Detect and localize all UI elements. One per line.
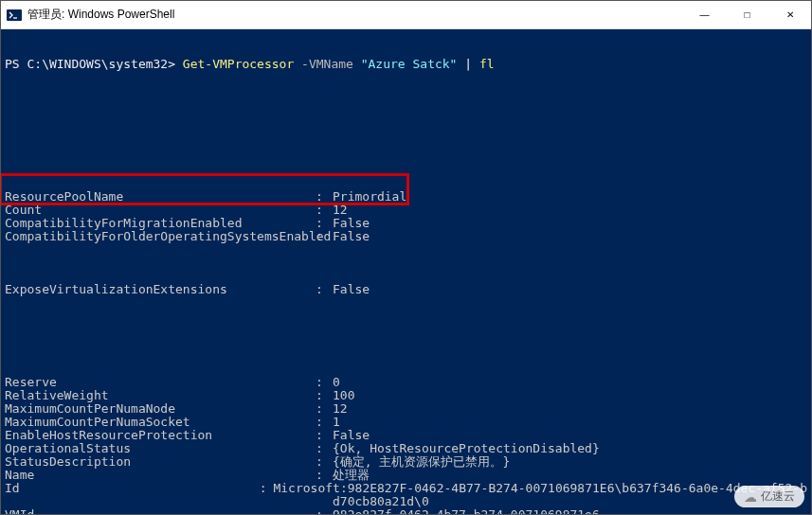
output-value: Microsoft:982E827F-0462-4B77-B274-007106… bbox=[273, 482, 807, 495]
output-value: 0 bbox=[333, 376, 340, 389]
output-key: OperationalStatus bbox=[5, 442, 316, 455]
output-row: RelativeWeight:100 bbox=[5, 389, 807, 402]
watermark: ☁ 亿速云 bbox=[734, 486, 804, 507]
window-controls: — □ ✕ bbox=[683, 1, 811, 28]
output-row: MaximumCountPerNumaNode:12 bbox=[5, 402, 807, 416]
output-row: Count:12 bbox=[5, 204, 807, 217]
output-value: 982e827f-0462-4b77-b274-0071069871e6 bbox=[333, 508, 600, 514]
cmdlet-name: Get-VMProcessor bbox=[183, 57, 294, 71]
output-row: StatusDescription:{确定, 主机资源保护已禁用。} bbox=[5, 455, 807, 469]
output-value: False bbox=[333, 217, 370, 230]
cloud-icon: ☁ bbox=[744, 489, 757, 505]
output-row-highlighted: ExposeVirtualizationExtensions:False bbox=[5, 283, 807, 296]
output-key: ExposeVirtualizationExtensions bbox=[5, 283, 316, 296]
close-button[interactable]: ✕ bbox=[768, 1, 811, 28]
param-flag: -VMName bbox=[301, 57, 353, 71]
output-row: CompatibilityForMigrationEnabled:False bbox=[5, 217, 807, 230]
output-row: Id:Microsoft:982E827F-0462-4B77-B274-007… bbox=[5, 482, 807, 495]
output-row: MaximumCountPerNumaSocket:1 bbox=[5, 416, 807, 429]
output-key: VMId bbox=[5, 508, 316, 514]
output-row: VMId:982e827f-0462-4b77-b274-0071069871e… bbox=[5, 508, 807, 514]
output-value: False bbox=[333, 230, 370, 243]
watermark-text: 亿速云 bbox=[761, 488, 795, 505]
output-key: ResourcePoolName bbox=[5, 190, 316, 204]
output-value: 12 bbox=[333, 402, 348, 416]
prompt-path: PS C:\WINDOWS\system32> bbox=[5, 57, 175, 71]
output-value: 100 bbox=[333, 389, 354, 402]
output-row: Name:处理器 bbox=[5, 469, 807, 482]
powershell-icon bbox=[7, 8, 22, 23]
output-value: {Ok, HostResourceProtectionDisabled} bbox=[333, 442, 600, 455]
output-key: Reserve bbox=[5, 376, 316, 389]
pipe-symbol: | bbox=[464, 57, 472, 71]
output-key: StatusDescription bbox=[5, 455, 316, 469]
output-value: 1 bbox=[333, 416, 340, 429]
output-row: CompatibilityForOlderOperatingSystemsEna… bbox=[5, 230, 807, 243]
output-key: Id bbox=[5, 482, 260, 495]
output-row: OperationalStatus:{Ok, HostResourceProte… bbox=[5, 442, 807, 455]
output-key: RelativeWeight bbox=[5, 389, 316, 402]
output-key: Count bbox=[5, 204, 316, 217]
param-value: "Azure Satck" bbox=[361, 57, 458, 71]
output-value: {确定, 主机资源保护已禁用。} bbox=[333, 455, 510, 469]
window-title: 管理员: Windows PowerShell bbox=[27, 7, 683, 23]
maximize-button[interactable]: □ bbox=[726, 1, 768, 28]
output-key bbox=[5, 495, 316, 508]
output-row: EnableHostResourceProtection:False bbox=[5, 429, 807, 442]
titlebar[interactable]: 管理员: Windows PowerShell — □ ✕ bbox=[1, 1, 811, 29]
output-value: Primordial bbox=[333, 190, 406, 204]
output-row: d70cb80a21d\0 bbox=[5, 495, 807, 508]
output-value: False bbox=[333, 283, 370, 296]
terminal-area[interactable]: PS C:\WINDOWS\system32> Get-VMProcessor … bbox=[1, 29, 811, 514]
output-value: False bbox=[333, 429, 370, 442]
minimize-button[interactable]: — bbox=[683, 1, 726, 28]
fl-cmdlet: fl bbox=[479, 57, 495, 71]
output-key: MaximumCountPerNumaSocket bbox=[5, 416, 316, 429]
output-key: MaximumCountPerNumaNode bbox=[5, 402, 316, 416]
output-key: EnableHostResourceProtection bbox=[5, 429, 316, 442]
output-value: d70cb80a21d\0 bbox=[333, 495, 429, 508]
output-key: CompatibilityForOlderOperatingSystemsEna… bbox=[5, 230, 316, 243]
powershell-window: 管理员: Windows PowerShell — □ ✕ PS C:\WIND… bbox=[0, 0, 812, 515]
output-row: Reserve:0 bbox=[5, 376, 807, 389]
output-value: 12 bbox=[333, 204, 348, 217]
svg-rect-0 bbox=[7, 9, 22, 21]
output-key: CompatibilityForMigrationEnabled bbox=[5, 217, 316, 230]
output-row: ResourcePoolName:Primordial bbox=[5, 190, 807, 204]
output-key: Name bbox=[5, 469, 316, 482]
prompt-line-1: PS C:\WINDOWS\system32> Get-VMProcessor … bbox=[5, 58, 807, 71]
output-value: 处理器 bbox=[333, 469, 370, 482]
